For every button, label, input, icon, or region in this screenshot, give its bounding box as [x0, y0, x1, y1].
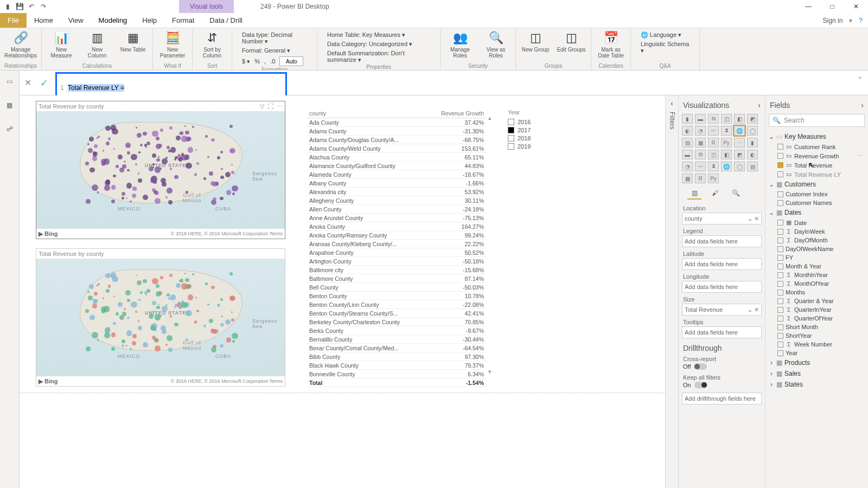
file-tab[interactable]: File [0, 13, 27, 28]
viz-type-icon[interactable]: ◯ [747, 126, 758, 136]
field-checkbox[interactable] [777, 229, 783, 235]
field-months[interactable]: Months [769, 288, 865, 297]
viz-type-icon[interactable]: ◐ [682, 126, 693, 136]
collapse-fields-icon[interactable]: › [861, 101, 864, 110]
table-row[interactable]: Adams County/Douglas County/A...-68.75% [307, 136, 486, 144]
table-row[interactable]: Bexar County/Comal County/Med...-64.54% [307, 344, 486, 352]
field-checkbox[interactable] [777, 153, 783, 159]
table-row[interactable]: Bonneville County6.34% [307, 370, 486, 378]
field-checkbox[interactable] [777, 350, 783, 356]
viz-type-icon[interactable]: R [695, 174, 706, 183]
close-icon[interactable]: ✕ [844, 0, 868, 13]
map-visual-2[interactable]: Total Revenue by county UNITED STATES ME… [36, 248, 285, 387]
data-type-dropdown[interactable]: Data type: Decimal Number ▾ [242, 31, 307, 45]
table-visual[interactable]: county Revenue Growth Ada County37.42%Ad… [307, 109, 486, 383]
year-slicer[interactable]: Year 2016201720182019 [508, 109, 573, 151]
new-group-button[interactable]: ◫New Group [520, 29, 551, 53]
field-quarterofyear[interactable]: QuarterOfYear [769, 314, 865, 323]
table-row[interactable]: Adams County-31.30% [307, 127, 486, 136]
field-checkbox[interactable] [777, 324, 783, 330]
edit-groups-button[interactable]: ◫Edit Groups [556, 29, 586, 53]
field-checkbox[interactable] [777, 246, 783, 252]
well-location[interactable]: county⌄ ✕ [682, 213, 762, 224]
field-checkbox[interactable] [777, 290, 783, 296]
table-row[interactable]: Baltimore County87.14% [307, 274, 486, 283]
field-checkbox[interactable] [777, 333, 783, 339]
format-dropdown[interactable]: Format: General ▾ [242, 47, 307, 54]
well-tooltips[interactable]: Add data fields here [682, 326, 762, 338]
well-remove-icon[interactable]: ✕ [754, 215, 759, 222]
manage-roles-button[interactable]: 👥Manage Roles [445, 29, 475, 59]
field-revenue-growth[interactable]: Revenue Growth⋯ [769, 151, 865, 160]
field-shortyear[interactable]: ShortYear [769, 331, 865, 340]
view-as-roles-button[interactable]: 🔍View as Roles [481, 29, 511, 59]
table-row[interactable]: Black Hawk County79.37% [307, 361, 486, 370]
table-row[interactable]: Alameda County-18.67% [307, 170, 486, 179]
field-checkbox[interactable] [777, 171, 783, 177]
model-view-icon[interactable]: ☍ [3, 123, 16, 136]
field-checkbox[interactable] [777, 307, 783, 313]
field-checkbox[interactable] [777, 264, 783, 269]
new-measure-button[interactable]: 📊New Measure [46, 29, 76, 59]
analytics-tab-icon[interactable]: 🔍 [729, 188, 743, 200]
table-row[interactable]: Alamance County/Guilford County44.83% [307, 162, 486, 170]
field-checkbox[interactable] [777, 298, 783, 304]
checkbox-icon[interactable] [508, 127, 514, 133]
viz-type-icon[interactable]: ◫ [708, 150, 719, 159]
thousand-sep-icon[interactable]: , [264, 58, 266, 65]
sort-by-column-button[interactable]: ⇵Sort by Column [197, 29, 227, 59]
default-summarization-dropdown[interactable]: Default Summarization: Don't summarize ▾ [327, 50, 430, 63]
field-checkbox[interactable] [777, 237, 783, 243]
format-tab-icon[interactable]: 🖌 [708, 188, 722, 200]
field-checkbox[interactable] [777, 200, 783, 206]
table-row[interactable]: Anoka County164.27% [307, 222, 486, 231]
field-table-products[interactable]: ›▦Products [769, 357, 865, 368]
table-col-county[interactable]: county [307, 109, 427, 118]
tab-data-drill[interactable]: Data / Drill [202, 13, 250, 28]
checkbox-icon[interactable] [508, 135, 514, 142]
viz-type-icon[interactable]: ◔ [695, 126, 706, 136]
viz-type-icon[interactable]: ▤ [682, 138, 693, 147]
keep-filters-toggle[interactable] [694, 382, 707, 388]
data-category-dropdown[interactable]: Data Category: Uncategorized ▾ [327, 41, 430, 48]
slicer-item[interactable]: 2018 [508, 135, 573, 142]
percent-icon[interactable]: % [254, 58, 260, 65]
field-monthofyear[interactable]: MonthOfYear [769, 279, 865, 288]
table-row[interactable]: Berkeley County/Charleston County70.85% [307, 318, 486, 326]
checkbox-icon[interactable] [508, 119, 514, 125]
field-checkbox[interactable] [777, 162, 783, 168]
field-checkbox[interactable] [777, 281, 783, 287]
tab-view[interactable]: View [61, 13, 91, 28]
slicer-item[interactable]: 2017 [508, 127, 573, 133]
data-view-icon[interactable]: ▦ [3, 99, 16, 112]
table-row[interactable]: Bell County-50.03% [307, 283, 486, 292]
table-row[interactable]: Allegheny County30.11% [307, 196, 486, 205]
table-row[interactable]: Alexandria city53.92% [307, 188, 486, 196]
checkbox-icon[interactable] [508, 143, 514, 150]
field-month-year[interactable]: Month & Year [769, 262, 865, 271]
formula-cancel-icon[interactable]: ✕ [20, 70, 36, 95]
viz-type-icon[interactable]: ◯ [734, 162, 745, 171]
viz-type-icon[interactable]: Py [708, 174, 719, 183]
currency-icon[interactable]: $ ▾ [242, 58, 250, 65]
viz-type-icon[interactable]: ◩ [734, 150, 745, 159]
table-row[interactable]: Anoka County/Ramsey County99.24% [307, 231, 486, 240]
field-table-sales[interactable]: ›▦Sales [769, 368, 865, 379]
well-longitude[interactable]: Add data fields here [682, 281, 762, 293]
viz-type-icon[interactable]: ◩ [747, 114, 758, 124]
field-quarterinyear[interactable]: QuarterInYear [769, 305, 865, 314]
field-table-dates[interactable]: ⌄▦Dates [769, 207, 865, 218]
table-col-growth[interactable]: Revenue Growth [427, 109, 486, 118]
table-row[interactable]: Benton County/Linn County-22.08% [307, 300, 486, 309]
viz-type-icon[interactable]: ⧗ [708, 162, 719, 171]
table-row[interactable]: Allen County-24.18% [307, 205, 486, 214]
tab-format[interactable]: Format [164, 13, 202, 28]
collapse-viz-icon[interactable]: › [758, 101, 761, 110]
viz-type-icon[interactable]: 🌐 [734, 126, 745, 136]
language-dropdown[interactable]: 🌐 Language ▾ [641, 31, 690, 38]
viz-type-icon[interactable]: ⧉ [708, 114, 719, 124]
more-icon[interactable]: ⋯ [277, 103, 283, 110]
viz-type-icon[interactable]: ⧉ [695, 150, 706, 159]
viz-type-icon[interactable]: ▤ [747, 162, 758, 171]
slicer-item[interactable]: 2016 [508, 119, 573, 125]
